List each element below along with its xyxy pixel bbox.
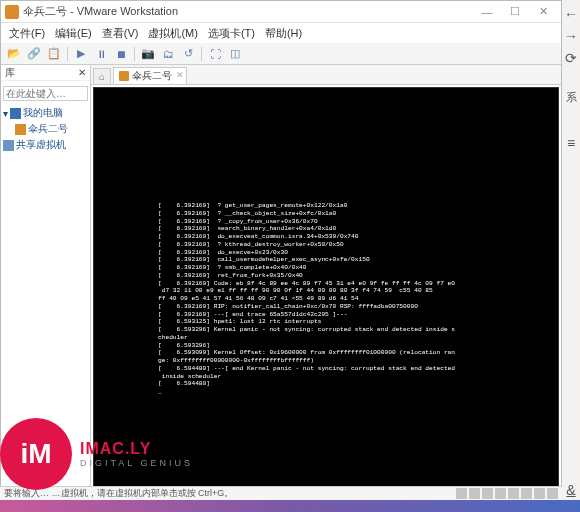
shared-icon bbox=[3, 140, 14, 151]
home-tab[interactable]: ⌂ bbox=[93, 68, 111, 84]
copy-icon[interactable]: 📋 bbox=[45, 45, 63, 63]
back-icon[interactable]: ← bbox=[564, 6, 578, 22]
tree-collapse-icon[interactable]: ▾ bbox=[3, 108, 8, 119]
library-search-input[interactable] bbox=[3, 86, 88, 101]
fullscreen-icon[interactable]: ⛶ bbox=[206, 45, 224, 63]
device-icon[interactable] bbox=[534, 488, 545, 499]
menu-icon[interactable]: ≡ bbox=[567, 135, 575, 151]
console-output: [ 6.392169] ? get_user_pages_remote+0x12… bbox=[158, 202, 554, 396]
menu-tabs[interactable]: 选项卡(T) bbox=[204, 25, 259, 42]
revert-icon[interactable]: ↺ bbox=[179, 45, 197, 63]
forward-icon[interactable]: → bbox=[564, 28, 578, 44]
menu-file[interactable]: 文件(F) bbox=[5, 25, 49, 42]
tab-bar: ⌂ 伞兵二号 ✕ bbox=[91, 65, 561, 85]
bottom-icon: & bbox=[566, 482, 575, 498]
tab-label: 伞兵二号 bbox=[132, 69, 172, 83]
watermark-line1: IMAC.LY bbox=[80, 440, 193, 458]
vm-icon bbox=[15, 124, 26, 135]
tree-item-mycomputer[interactable]: ▾ 我的电脑 bbox=[3, 105, 88, 121]
connect-icon[interactable]: 🔗 bbox=[25, 45, 43, 63]
library-title: 库 bbox=[5, 66, 15, 80]
device-icon[interactable] bbox=[508, 488, 519, 499]
stop-icon[interactable]: ⏹ bbox=[112, 45, 130, 63]
menu-help[interactable]: 帮助(H) bbox=[261, 25, 306, 42]
watermark-line2: DIGITAL GENIUS bbox=[80, 458, 193, 468]
watermark: iM IMAC.LY DIGITAL GENIUS bbox=[0, 418, 193, 490]
manage-icon[interactable]: 🗂 bbox=[159, 45, 177, 63]
separator bbox=[201, 47, 202, 61]
close-button[interactable]: ✕ bbox=[529, 3, 557, 21]
tree-label: 我的电脑 bbox=[23, 106, 63, 120]
tree-label: 共享虚拟机 bbox=[16, 138, 66, 152]
menu-view[interactable]: 查看(V) bbox=[98, 25, 143, 42]
library-close-icon[interactable]: ✕ bbox=[78, 67, 86, 78]
device-icon[interactable] bbox=[547, 488, 558, 499]
tab-close-icon[interactable]: ✕ bbox=[176, 70, 184, 80]
watermark-logo: iM bbox=[0, 418, 72, 490]
computer-icon bbox=[10, 108, 21, 119]
window-title: 伞兵二号 - VMware Workstation bbox=[23, 4, 473, 19]
separator bbox=[67, 47, 68, 61]
toolbar: 📂 🔗 📋 ▶ ⏸ ⏹ 📷 🗂 ↺ ⛶ ◫ bbox=[1, 43, 561, 65]
device-icon[interactable] bbox=[456, 488, 467, 499]
maximize-button[interactable]: ☐ bbox=[501, 3, 529, 21]
device-icon[interactable] bbox=[495, 488, 506, 499]
tree-item-shared[interactable]: 共享虚拟机 bbox=[3, 137, 88, 153]
device-icon[interactable] bbox=[521, 488, 532, 499]
vm-icon bbox=[119, 71, 129, 81]
taskbar[interactable] bbox=[0, 500, 580, 512]
menu-edit[interactable]: 编辑(E) bbox=[51, 25, 96, 42]
pause-icon[interactable]: ⏸ bbox=[92, 45, 110, 63]
tree-item-vm[interactable]: 伞兵二号 bbox=[3, 121, 88, 137]
tree-label: 伞兵二号 bbox=[28, 122, 68, 136]
app-icon bbox=[5, 5, 19, 19]
device-icon[interactable] bbox=[469, 488, 480, 499]
play-icon[interactable]: ▶ bbox=[72, 45, 90, 63]
minimize-button[interactable]: — bbox=[473, 3, 501, 21]
open-icon[interactable]: 📂 bbox=[5, 45, 23, 63]
vm-tab[interactable]: 伞兵二号 ✕ bbox=[113, 67, 187, 84]
library-tree: ▾ 我的电脑 伞兵二号 共享虚拟机 bbox=[1, 103, 90, 155]
browser-edge: ← → ⟳ 系 ≡ & bbox=[562, 0, 580, 512]
separator bbox=[134, 47, 135, 61]
titlebar[interactable]: 伞兵二号 - VMware Workstation — ☐ ✕ bbox=[1, 1, 561, 23]
snapshot-icon[interactable]: 📷 bbox=[139, 45, 157, 63]
text-fragment: 系 bbox=[566, 90, 577, 105]
refresh-icon[interactable]: ⟳ bbox=[565, 50, 577, 66]
menubar: 文件(F) 编辑(E) 查看(V) 虚拟机(M) 选项卡(T) 帮助(H) bbox=[1, 23, 561, 43]
menu-vm[interactable]: 虚拟机(M) bbox=[144, 25, 202, 42]
device-icon[interactable] bbox=[482, 488, 493, 499]
unity-icon[interactable]: ◫ bbox=[226, 45, 244, 63]
